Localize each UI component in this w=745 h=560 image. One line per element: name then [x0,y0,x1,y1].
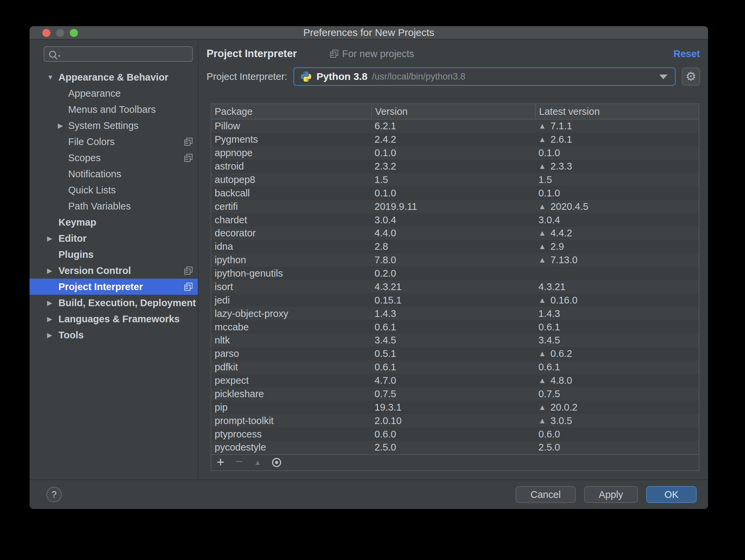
table-row-lazy-object-proxy[interactable]: lazy-object-proxy1.4.31.4.3 [211,307,699,320]
sidebar-item-keymap[interactable]: Keymap [30,214,198,230]
interpreter-settings-button[interactable]: ⚙ [682,67,700,86]
table-row-nltk[interactable]: nltk3.4.53.4.5 [211,334,699,347]
upgrade-arrow-icon: ▲ [539,256,546,265]
latest-version-cell: 3.0.4 [535,215,699,226]
sidebar-item-quick-lists[interactable]: Quick Lists [30,182,198,198]
sidebar-item-scopes[interactable]: Scopes [30,150,198,166]
table-row-pygments[interactable]: Pygments2.4.2▲2.6.1 [211,133,699,146]
search-input[interactable] [64,47,192,61]
table-row-pickleshare[interactable]: pickleshare0.7.50.7.5 [211,388,699,401]
for-new-projects-icon [330,50,338,58]
version-cell: 4.7.0 [371,375,535,386]
upgrade-arrow-icon: ▲ [539,122,546,131]
table-row-astroid[interactable]: astroid2.3.2▲2.3.3 [211,160,699,173]
latest-version-value: 2.9 [551,241,564,252]
version-cell: 6.2.1 [371,121,535,132]
table-row-decorator[interactable]: decorator4.4.0▲4.4.2 [211,227,699,240]
chevron-right-icon[interactable]: ▶ [47,267,59,275]
table-row-chardet[interactable]: chardet3.0.43.0.4 [211,213,699,227]
sidebar-item-notifications[interactable]: Notifications [30,166,198,182]
minimize-button[interactable] [56,29,64,37]
uninstall-package-icon[interactable]: − [235,455,243,468]
table-row-pycodestyle[interactable]: pycodestyle2.5.02.5.0 [211,441,699,454]
settings-search-box[interactable]: ▾ [44,46,193,62]
table-row-ipython-genutils[interactable]: ipython-genutils0.2.0 [211,267,699,280]
version-cell: 1.4.3 [371,308,535,319]
sidebar-item-label: Notifications [68,168,121,179]
version-cell: 4.4.0 [371,228,535,239]
latest-version-value: 1.5 [539,174,552,185]
interpreter-path: /usr/local/bin/python3.8 [372,71,465,82]
sidebar-item-label: System Settings [68,120,139,131]
sidebar-item-appearance-behavior[interactable]: ▼Appearance & Behavior [30,69,198,85]
table-row-isort[interactable]: isort4.3.214.3.21 [211,280,699,294]
titlebar: Preferences for New Projects [30,26,708,40]
sidebar-item-menus-and-toolbars[interactable]: Menus and Toolbars [30,101,198,118]
sidebar-item-system-settings[interactable]: ▶System Settings [30,118,198,134]
latest-version-cell: 3.4.5 [535,335,699,346]
sidebar-item-plugins[interactable]: Plugins [30,246,198,263]
table-row-idna[interactable]: idna2.8▲2.9 [211,240,699,254]
duplicate-icon [185,267,192,275]
table-row-backcall[interactable]: backcall0.1.00.1.0 [211,186,699,200]
table-row-prompt-toolkit[interactable]: prompt-toolkit2.0.10▲3.0.5 [211,414,699,427]
column-header-latest-version: Latest version [535,104,699,119]
table-row-ptyprocess[interactable]: ptyprocess0.6.00.6.0 [211,427,699,441]
upgrade-arrow-icon: ▲ [539,403,546,412]
sidebar-item-editor[interactable]: ▶Editor [30,230,198,246]
chevron-right-icon[interactable]: ▶ [47,331,59,339]
sidebar-item-languages-frameworks[interactable]: ▶Languages & Frameworks [30,311,198,327]
upgrade-arrow-icon: ▲ [539,376,546,385]
table-row-ipython[interactable]: ipython7.8.0▲7.13.0 [211,254,699,267]
close-button[interactable] [42,29,51,37]
zoom-button[interactable] [70,29,78,37]
sidebar-item-version-control[interactable]: ▶Version Control [30,263,198,279]
table-row-mccabe[interactable]: mccabe0.6.10.6.1 [211,320,699,334]
upgrade-package-icon[interactable]: ▲ [254,459,262,466]
sidebar-item-appearance[interactable]: Appearance [30,85,198,101]
version-cell: 2.5.0 [371,442,535,453]
sidebar-item-label: Scopes [68,153,101,164]
sidebar-item-build-execution-deployment[interactable]: ▶Build, Execution, Deployment [30,295,198,311]
ok-button[interactable]: OK [646,486,697,503]
sidebar-item-tools[interactable]: ▶Tools [30,327,198,343]
chevron-down-icon[interactable] [659,74,668,79]
sidebar-item-label: Quick Lists [68,185,116,196]
latest-version-value: 0.16.0 [551,295,578,306]
package-name-cell: idna [211,241,371,252]
package-name-cell: Pillow [211,121,371,132]
page-header: Project Interpreter For new projects Res… [206,46,700,62]
chevron-down-icon[interactable]: ▼ [47,73,59,81]
sidebar-item-file-colors[interactable]: File Colors [30,134,198,150]
package-name-cell: lazy-object-proxy [211,308,371,319]
table-row-pdfkit[interactable]: pdfkit0.6.10.6.1 [211,361,699,374]
latest-version-value: 0.7.5 [539,389,560,399]
sidebar-item-path-variables[interactable]: Path Variables [30,198,198,214]
chevron-right-icon[interactable]: ▶ [47,234,59,242]
upgrade-arrow-icon: ▲ [539,242,546,251]
chevron-right-icon[interactable]: ▶ [47,299,59,307]
install-package-icon[interactable]: + [217,455,224,469]
reset-link[interactable]: Reset [674,48,700,59]
table-row-parso[interactable]: parso0.5.1▲0.6.2 [211,347,699,361]
latest-version-value: 2020.4.5 [551,201,588,212]
chevron-right-icon[interactable]: ▶ [58,122,68,130]
sidebar-item-project-interpreter[interactable]: Project Interpreter [30,279,198,295]
apply-button[interactable]: Apply [584,486,638,503]
show-early-releases-icon[interactable] [272,458,281,467]
table-row-pillow[interactable]: Pillow6.2.1▲7.1.1 [211,120,699,133]
version-cell: 2.0.10 [371,415,535,426]
table-row-pexpect[interactable]: pexpect4.7.0▲4.8.0 [211,374,699,388]
table-row-certifi[interactable]: certifi2019.9.11▲2020.4.5 [211,200,699,213]
table-row-autopep8[interactable]: autopep81.51.5 [211,173,699,187]
cancel-button[interactable]: Cancel [516,486,575,503]
table-row-pip[interactable]: pip19.3.1▲20.0.2 [211,400,699,414]
interpreter-combobox[interactable]: Python 3.8 /usr/local/bin/python3.8 [293,67,676,86]
help-button[interactable]: ? [46,487,62,502]
table-row-jedi[interactable]: jedi0.15.1▲0.16.0 [211,293,699,307]
sidebar-item-label: Build, Execution, Deployment [59,297,196,308]
table-row-appnope[interactable]: appnope0.1.00.1.0 [211,146,699,160]
search-options-caret-icon[interactable]: ▾ [58,54,61,58]
latest-version-cell: 0.6.1 [535,322,699,333]
chevron-right-icon[interactable]: ▶ [47,315,59,323]
